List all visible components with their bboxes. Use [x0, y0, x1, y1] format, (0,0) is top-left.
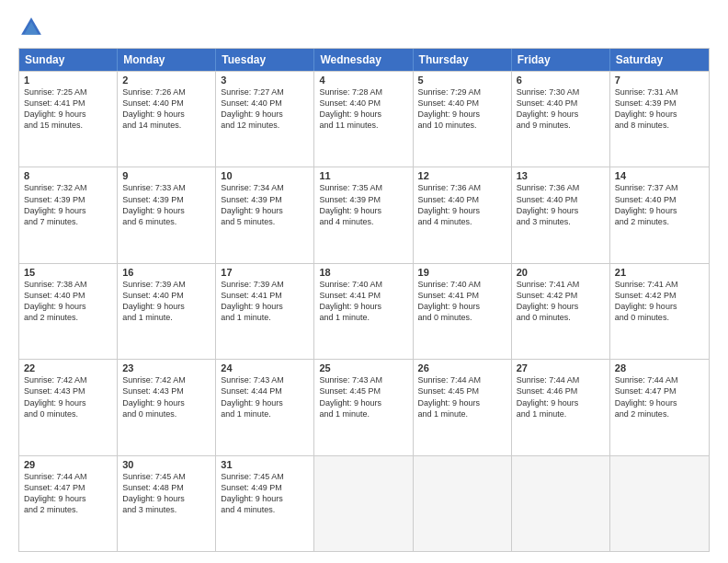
- day-number: 19: [418, 267, 506, 278]
- calendar-cell: 6Sunrise: 7:30 AMSunset: 4:40 PMDaylight…: [512, 72, 610, 167]
- day-details: Sunrise: 7:39 AMSunset: 4:41 PMDaylight:…: [221, 279, 309, 324]
- calendar-body: 1Sunrise: 7:25 AMSunset: 4:41 PMDaylight…: [19, 71, 709, 551]
- day-number: 9: [122, 170, 210, 181]
- day-number: 13: [517, 170, 605, 181]
- calendar-cell-empty: [512, 456, 610, 551]
- day-details: Sunrise: 7:26 AMSunset: 4:40 PMDaylight:…: [122, 86, 210, 132]
- calendar-cell: 1Sunrise: 7:25 AMSunset: 4:41 PMDaylight…: [19, 72, 118, 167]
- day-details: Sunrise: 7:44 AMSunset: 4:47 PMDaylight:…: [615, 374, 704, 419]
- calendar-cell-empty: [314, 456, 413, 551]
- day-number: 8: [24, 170, 112, 181]
- day-number: 14: [615, 170, 704, 181]
- page: SundayMondayTuesdayWednesdayThursdayFrid…: [0, 0, 728, 563]
- day-details: Sunrise: 7:44 AMSunset: 4:45 PMDaylight:…: [418, 374, 506, 419]
- day-number: 29: [24, 459, 112, 470]
- day-details: Sunrise: 7:34 AMSunset: 4:39 PMDaylight:…: [221, 182, 309, 227]
- calendar-cell: 31Sunrise: 7:45 AMSunset: 4:49 PMDayligh…: [216, 456, 314, 551]
- day-details: Sunrise: 7:40 AMSunset: 4:41 PMDaylight:…: [319, 279, 407, 324]
- calendar-cell-empty: [610, 456, 709, 551]
- day-details: Sunrise: 7:43 AMSunset: 4:45 PMDaylight:…: [319, 374, 407, 419]
- day-number: 30: [122, 459, 210, 470]
- day-number: 5: [418, 75, 506, 86]
- logo: [18, 15, 48, 40]
- day-number: 1: [24, 75, 112, 86]
- calendar-cell: 3Sunrise: 7:27 AMSunset: 4:40 PMDaylight…: [216, 72, 314, 167]
- calendar-header-cell: Thursday: [414, 49, 512, 71]
- calendar-cell: 9Sunrise: 7:33 AMSunset: 4:39 PMDaylight…: [118, 167, 216, 262]
- calendar-cell: 26Sunrise: 7:44 AMSunset: 4:45 PMDayligh…: [414, 360, 512, 454]
- day-number: 26: [418, 362, 506, 373]
- calendar: SundayMondayTuesdayWednesdayThursdayFrid…: [18, 48, 710, 552]
- calendar-cell: 21Sunrise: 7:41 AMSunset: 4:42 PMDayligh…: [610, 264, 709, 359]
- calendar-week: 15Sunrise: 7:38 AMSunset: 4:40 PMDayligh…: [19, 263, 709, 359]
- day-number: 16: [122, 267, 210, 278]
- calendar-cell: 27Sunrise: 7:44 AMSunset: 4:46 PMDayligh…: [512, 360, 610, 454]
- day-details: Sunrise: 7:42 AMSunset: 4:43 PMDaylight:…: [122, 374, 210, 419]
- day-number: 25: [319, 362, 407, 373]
- calendar-cell: 18Sunrise: 7:40 AMSunset: 4:41 PMDayligh…: [314, 264, 413, 359]
- day-details: Sunrise: 7:35 AMSunset: 4:39 PMDaylight:…: [319, 182, 407, 227]
- calendar-cell: 23Sunrise: 7:42 AMSunset: 4:43 PMDayligh…: [118, 360, 216, 454]
- calendar-cell: 15Sunrise: 7:38 AMSunset: 4:40 PMDayligh…: [19, 264, 118, 359]
- day-number: 21: [615, 267, 704, 278]
- calendar-cell-empty: [414, 456, 512, 551]
- day-number: 17: [221, 267, 309, 278]
- day-number: 20: [517, 267, 605, 278]
- day-number: 24: [221, 362, 309, 373]
- calendar-cell: 10Sunrise: 7:34 AMSunset: 4:39 PMDayligh…: [216, 167, 314, 262]
- day-number: 18: [319, 267, 407, 278]
- calendar-cell: 2Sunrise: 7:26 AMSunset: 4:40 PMDaylight…: [118, 72, 216, 167]
- calendar-cell: 7Sunrise: 7:31 AMSunset: 4:39 PMDaylight…: [610, 72, 709, 167]
- day-details: Sunrise: 7:33 AMSunset: 4:39 PMDaylight:…: [122, 182, 210, 227]
- day-number: 27: [517, 362, 605, 373]
- day-details: Sunrise: 7:45 AMSunset: 4:49 PMDaylight:…: [221, 471, 309, 516]
- day-details: Sunrise: 7:25 AMSunset: 4:41 PMDaylight:…: [24, 86, 112, 132]
- calendar-week: 8Sunrise: 7:32 AMSunset: 4:39 PMDaylight…: [19, 167, 709, 262]
- day-number: 4: [319, 75, 407, 86]
- day-number: 10: [221, 170, 309, 181]
- calendar-header-cell: Friday: [512, 49, 610, 71]
- day-details: Sunrise: 7:45 AMSunset: 4:48 PMDaylight:…: [122, 471, 210, 516]
- calendar-cell: 17Sunrise: 7:39 AMSunset: 4:41 PMDayligh…: [216, 264, 314, 359]
- day-details: Sunrise: 7:36 AMSunset: 4:40 PMDaylight:…: [517, 182, 605, 227]
- calendar-cell: 28Sunrise: 7:44 AMSunset: 4:47 PMDayligh…: [610, 360, 709, 454]
- day-number: 28: [615, 362, 704, 373]
- calendar-cell: 13Sunrise: 7:36 AMSunset: 4:40 PMDayligh…: [512, 167, 610, 262]
- calendar-cell: 30Sunrise: 7:45 AMSunset: 4:48 PMDayligh…: [118, 456, 216, 551]
- calendar-cell: 5Sunrise: 7:29 AMSunset: 4:40 PMDaylight…: [414, 72, 512, 167]
- day-details: Sunrise: 7:39 AMSunset: 4:40 PMDaylight:…: [122, 279, 210, 324]
- day-details: Sunrise: 7:28 AMSunset: 4:40 PMDaylight:…: [319, 86, 407, 132]
- calendar-cell: 24Sunrise: 7:43 AMSunset: 4:44 PMDayligh…: [216, 360, 314, 454]
- day-details: Sunrise: 7:31 AMSunset: 4:39 PMDaylight:…: [615, 86, 704, 132]
- day-details: Sunrise: 7:41 AMSunset: 4:42 PMDaylight:…: [517, 279, 605, 324]
- day-details: Sunrise: 7:44 AMSunset: 4:46 PMDaylight:…: [517, 374, 605, 419]
- day-number: 11: [319, 170, 407, 181]
- calendar-header-cell: Tuesday: [216, 49, 314, 71]
- calendar-cell: 16Sunrise: 7:39 AMSunset: 4:40 PMDayligh…: [118, 264, 216, 359]
- day-number: 2: [122, 75, 210, 86]
- day-details: Sunrise: 7:41 AMSunset: 4:42 PMDaylight:…: [615, 279, 704, 324]
- calendar-header-cell: Saturday: [610, 49, 709, 71]
- day-details: Sunrise: 7:32 AMSunset: 4:39 PMDaylight:…: [24, 182, 112, 227]
- day-details: Sunrise: 7:27 AMSunset: 4:40 PMDaylight:…: [221, 86, 309, 132]
- calendar-cell: 8Sunrise: 7:32 AMSunset: 4:39 PMDaylight…: [19, 167, 118, 262]
- day-details: Sunrise: 7:43 AMSunset: 4:44 PMDaylight:…: [221, 374, 309, 419]
- calendar-week: 22Sunrise: 7:42 AMSunset: 4:43 PMDayligh…: [19, 359, 709, 454]
- calendar-cell: 14Sunrise: 7:37 AMSunset: 4:40 PMDayligh…: [610, 167, 709, 262]
- header: [18, 15, 710, 40]
- day-number: 22: [24, 362, 112, 373]
- day-details: Sunrise: 7:40 AMSunset: 4:41 PMDaylight:…: [418, 279, 506, 324]
- calendar-header-cell: Sunday: [19, 49, 118, 71]
- calendar-cell: 4Sunrise: 7:28 AMSunset: 4:40 PMDaylight…: [314, 72, 413, 167]
- calendar-cell: 29Sunrise: 7:44 AMSunset: 4:47 PMDayligh…: [19, 456, 118, 551]
- calendar-week: 1Sunrise: 7:25 AMSunset: 4:41 PMDaylight…: [19, 71, 709, 167]
- calendar-week: 29Sunrise: 7:44 AMSunset: 4:47 PMDayligh…: [19, 455, 709, 551]
- day-number: 3: [221, 75, 309, 86]
- calendar-header-cell: Monday: [118, 49, 216, 71]
- day-number: 6: [517, 75, 605, 86]
- day-details: Sunrise: 7:37 AMSunset: 4:40 PMDaylight:…: [615, 182, 704, 227]
- calendar-cell: 22Sunrise: 7:42 AMSunset: 4:43 PMDayligh…: [19, 360, 118, 454]
- calendar-cell: 19Sunrise: 7:40 AMSunset: 4:41 PMDayligh…: [414, 264, 512, 359]
- day-details: Sunrise: 7:44 AMSunset: 4:47 PMDaylight:…: [24, 471, 112, 516]
- day-details: Sunrise: 7:29 AMSunset: 4:40 PMDaylight:…: [418, 86, 506, 132]
